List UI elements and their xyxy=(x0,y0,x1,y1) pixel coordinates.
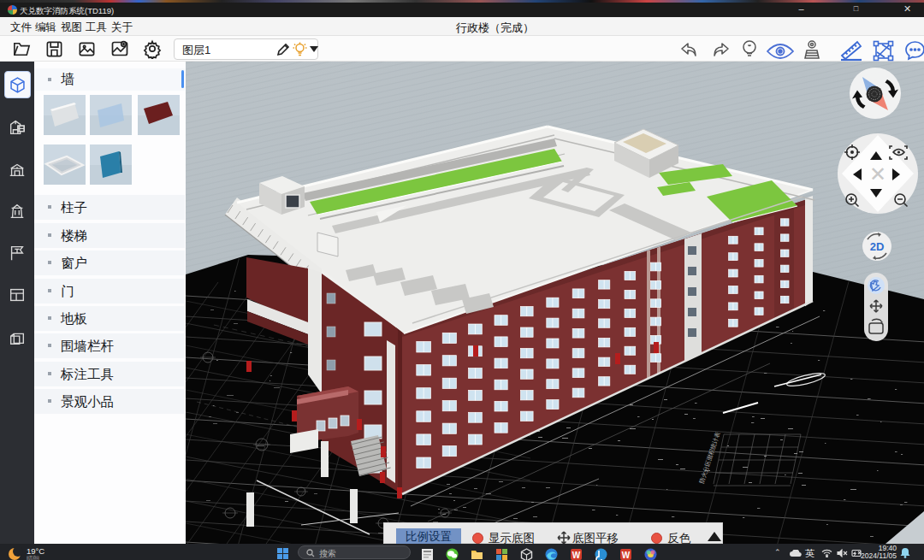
svg-text:2D: 2D xyxy=(870,240,885,253)
svg-text:W: W xyxy=(572,551,581,560)
svg-text:✕: ✕ xyxy=(869,162,886,186)
svg-text:W: W xyxy=(622,551,631,560)
